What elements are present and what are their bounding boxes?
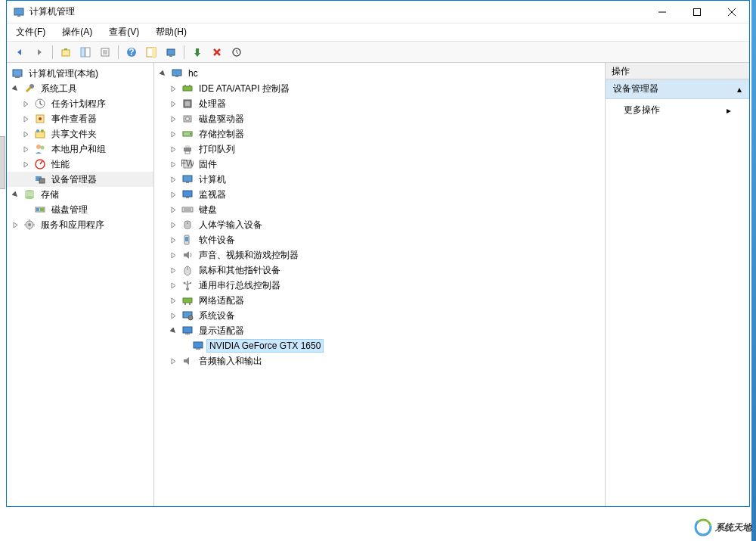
expand-icon[interactable] (20, 144, 31, 154)
expand-icon[interactable] (168, 265, 178, 275)
svg-rect-17 (167, 49, 175, 55)
collapse-icon[interactable] (157, 68, 168, 79)
svg-rect-83 (183, 327, 192, 333)
scan-button[interactable] (163, 44, 179, 61)
more-actions[interactable]: 更多操作 ▸ (606, 99, 749, 121)
device-category[interactable]: 键盘 (154, 202, 605, 217)
expand-icon[interactable] (168, 83, 178, 94)
svg-point-26 (39, 117, 42, 120)
menu-file[interactable]: 文件(F) (13, 24, 48, 40)
tree-shared-folders[interactable]: 共享文件夹 (7, 126, 153, 141)
tree-performance[interactable]: 性能 (7, 157, 153, 172)
device-item[interactable]: NVIDIA GeForce GTX 1650 (154, 338, 605, 353)
svg-rect-62 (186, 197, 189, 198)
navigation-tree[interactable]: 计算机管理(本地) 系统工具 任务计划程序 事件查看器 共享文件夹 本地用户和组… (7, 63, 154, 506)
network-icon (181, 294, 194, 306)
tools-icon (23, 82, 36, 95)
enable-button[interactable] (189, 44, 206, 61)
update-button[interactable] (228, 44, 245, 61)
svg-rect-8 (85, 48, 90, 57)
expand-icon[interactable] (168, 219, 178, 230)
device-category[interactable]: 显示适配器 (154, 323, 605, 338)
menu-action[interactable]: 操作(A) (59, 24, 95, 40)
cpu-icon (181, 98, 194, 110)
expand-icon[interactable] (168, 129, 178, 139)
collapse-icon[interactable] (168, 325, 178, 336)
device-category[interactable]: IDE ATA/ATAPI 控制器 (154, 81, 605, 96)
svg-rect-54 (184, 148, 191, 151)
uninstall-button[interactable] (209, 44, 225, 61)
device-category[interactable]: 打印队列 (154, 141, 605, 157)
hid-icon (181, 219, 194, 231)
tree-device-manager[interactable]: 设备管理器 (7, 172, 153, 187)
maximize-button[interactable] (680, 1, 714, 23)
tree-event-viewer[interactable]: 事件查看器 (7, 111, 153, 126)
properties-button[interactable] (97, 44, 113, 61)
device-category[interactable]: 软件设备 (154, 232, 605, 247)
device-category[interactable]: 计算机 (154, 172, 605, 187)
expand-icon[interactable] (20, 98, 31, 109)
device-category[interactable]: 系统设备 (154, 308, 605, 323)
svg-point-30 (36, 145, 41, 149)
device-root[interactable]: hc (154, 66, 605, 81)
expand-icon[interactable] (168, 189, 178, 200)
expand-icon[interactable] (20, 113, 31, 124)
expand-icon[interactable] (20, 159, 31, 169)
device-category[interactable]: 人体学输入设备 (154, 217, 605, 232)
collapse-icon[interactable] (10, 189, 20, 200)
tree-system-tools[interactable]: 系统工具 (7, 81, 153, 96)
expand-icon[interactable] (168, 98, 178, 109)
expand-icon[interactable] (168, 310, 178, 321)
expand-icon[interactable] (168, 295, 178, 306)
forward-button[interactable] (31, 44, 48, 61)
expand-icon[interactable] (168, 250, 178, 260)
actions-header: 操作 (606, 63, 749, 79)
display-icon (181, 325, 194, 337)
device-category[interactable]: 处理器 (154, 96, 605, 111)
svg-rect-59 (183, 176, 192, 182)
expand-icon[interactable] (168, 356, 178, 366)
svg-rect-85 (194, 342, 203, 348)
back-button[interactable] (11, 44, 28, 61)
expand-icon[interactable] (168, 235, 178, 245)
menu-view[interactable]: 查看(V) (106, 24, 142, 40)
svg-rect-49 (185, 101, 190, 106)
show-hide-tree-button[interactable] (77, 44, 94, 61)
help-button[interactable]: ? (123, 44, 140, 61)
sound-icon (181, 249, 194, 261)
expand-icon[interactable] (10, 219, 20, 230)
device-category[interactable]: 音频输入和输出 (154, 353, 605, 368)
menu-help[interactable]: 帮助(H) (153, 24, 190, 40)
tree-local-users[interactable]: 本地用户和组 (7, 141, 153, 157)
device-category[interactable]: 通用串行总线控制器 (154, 278, 605, 293)
window-controls (645, 1, 749, 23)
device-category[interactable]: 鼠标和其他指针设备 (154, 263, 605, 278)
titlebar[interactable]: 计算机管理 (7, 1, 749, 23)
expand-icon[interactable] (168, 144, 178, 154)
close-button[interactable] (714, 1, 749, 23)
device-tree[interactable]: hc IDE ATA/ATAPI 控制器 处理器 磁盘驱动器 存储控制器 (154, 63, 606, 506)
device-category[interactable]: 网络适配器 (154, 293, 605, 308)
expand-icon[interactable] (168, 159, 178, 169)
tree-task-scheduler[interactable]: 任务计划程序 (7, 96, 153, 111)
expand-icon[interactable] (168, 174, 178, 185)
expand-icon[interactable] (168, 113, 178, 124)
svg-rect-84 (185, 333, 190, 334)
device-category[interactable]: 存储控制器 (154, 126, 605, 141)
tree-services[interactable]: 服务和应用程序 (7, 217, 153, 232)
tree-root[interactable]: 计算机管理(本地) (7, 66, 153, 81)
tree-storage[interactable]: 存储 (7, 187, 153, 202)
device-category[interactable]: 声音、视频和游戏控制器 (154, 247, 605, 263)
device-category[interactable]: 监视器 (154, 187, 605, 202)
up-button[interactable] (57, 44, 74, 61)
device-category[interactable]: 磁盘驱动器 (154, 111, 605, 126)
tree-disk-mgmt[interactable]: 磁盘管理 (7, 202, 153, 217)
expand-icon[interactable] (168, 280, 178, 291)
action-pane-button[interactable] (143, 44, 160, 61)
minimize-button[interactable] (645, 1, 680, 23)
device-category[interactable]: FW 固件 (154, 157, 605, 172)
expand-icon[interactable] (168, 204, 178, 215)
actions-section[interactable]: 设备管理器 ▴ (606, 79, 749, 99)
expand-icon[interactable] (20, 129, 31, 139)
collapse-icon[interactable] (10, 83, 20, 94)
